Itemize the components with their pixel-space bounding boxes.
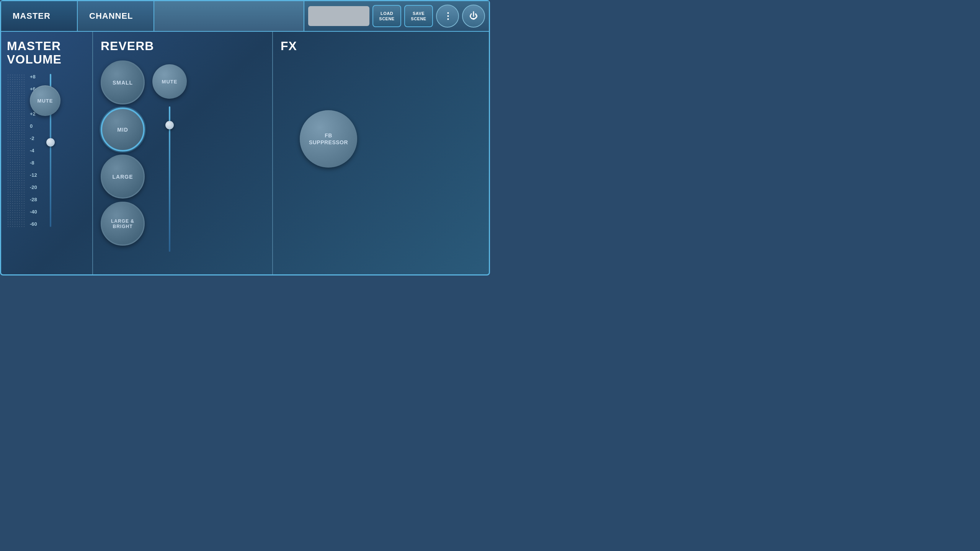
section-reverb: REVERB SMALL MID LARGE LARGE &BRIGHT [93, 32, 273, 274]
reverb-fader-track[interactable] [169, 106, 170, 252]
scene-display [308, 6, 369, 26]
scale-label: -28 [30, 197, 37, 202]
master-fader-handle[interactable] [46, 138, 55, 147]
load-scene-button[interactable]: LOADSCENE [372, 5, 401, 27]
master-volume-title: MASTER VOLUME [7, 39, 87, 66]
reverb-large-bright-button[interactable]: LARGE &BRIGHT [101, 202, 145, 246]
app-container: MASTER CHANNEL LOADSCENE SAVESCENE ⋮ ⏻ M… [0, 0, 490, 276]
save-scene-button[interactable]: SAVESCENE [404, 5, 433, 27]
tab-master[interactable]: MASTER [1, 1, 78, 31]
master-mute-label: MUTE [38, 98, 53, 104]
scale-label: -40 [30, 209, 37, 215]
reverb-large-button[interactable]: LARGE [101, 155, 145, 199]
reverb-mid-button[interactable]: MID [101, 108, 145, 152]
tab-master-label: MASTER [13, 11, 51, 21]
scale-label: -4 [30, 148, 37, 153]
scale-label: +8 [30, 74, 37, 80]
reverb-large-label: LARGE [113, 174, 133, 180]
power-button[interactable]: ⏻ [462, 5, 485, 28]
reverb-small-button[interactable]: SMALL [101, 60, 145, 104]
reverb-large-bright-label: LARGE &BRIGHT [111, 218, 134, 229]
scale-label: -60 [30, 221, 37, 227]
reverb-mid-label: MID [117, 127, 128, 133]
reverb-mute-label: MUTE [162, 79, 178, 85]
reverb-controls: SMALL MID LARGE LARGE &BRIGHT MUTE [101, 60, 265, 252]
reverb-buttons: SMALL MID LARGE LARGE &BRIGHT [101, 60, 145, 252]
fb-suppressor-button[interactable]: FBSUPPRESSOR [300, 110, 357, 168]
section-master-volume: MASTER VOLUME +8 +6 +4 +2 0 -2 -4 -8 -12… [1, 32, 93, 274]
scale-label: -8 [30, 160, 37, 166]
reverb-mute-button[interactable]: MUTE [152, 64, 187, 99]
dotted-pattern [7, 74, 26, 227]
tab-channel-label: CHANNEL [89, 11, 133, 21]
master-title-line1: MASTER [7, 39, 61, 53]
dots-icon: ⋮ [443, 11, 452, 21]
header-scene-area: LOADSCENE SAVESCENE ⋮ ⏻ [304, 1, 489, 31]
scale-label: 0 [30, 123, 37, 129]
reverb-fader-handle[interactable] [165, 121, 174, 129]
fx-title: FX [281, 39, 481, 53]
tab-channel[interactable]: CHANNEL [78, 1, 154, 31]
header-spacer [154, 1, 304, 31]
scale-label: -12 [30, 172, 37, 178]
section-fx: FX FBSUPPRESSOR [273, 32, 489, 274]
header: MASTER CHANNEL LOADSCENE SAVESCENE ⋮ ⏻ [1, 1, 489, 32]
scale-label: -20 [30, 184, 37, 190]
main-content: MASTER VOLUME +8 +6 +4 +2 0 -2 -4 -8 -12… [1, 32, 489, 274]
master-mute-button[interactable]: MUTE [30, 85, 60, 116]
reverb-title: REVERB [101, 39, 265, 53]
volume-area: +8 +6 +4 +2 0 -2 -4 -8 -12 -20 -28 -40 -… [7, 74, 87, 227]
power-icon: ⏻ [469, 11, 478, 21]
master-title-line2: VOLUME [7, 52, 62, 66]
scale-label: -2 [30, 135, 37, 141]
more-options-button[interactable]: ⋮ [436, 5, 459, 28]
fb-suppressor-label: FBSUPPRESSOR [309, 132, 348, 146]
reverb-fader-area: MUTE [152, 60, 187, 252]
reverb-small-label: SMALL [113, 80, 133, 86]
